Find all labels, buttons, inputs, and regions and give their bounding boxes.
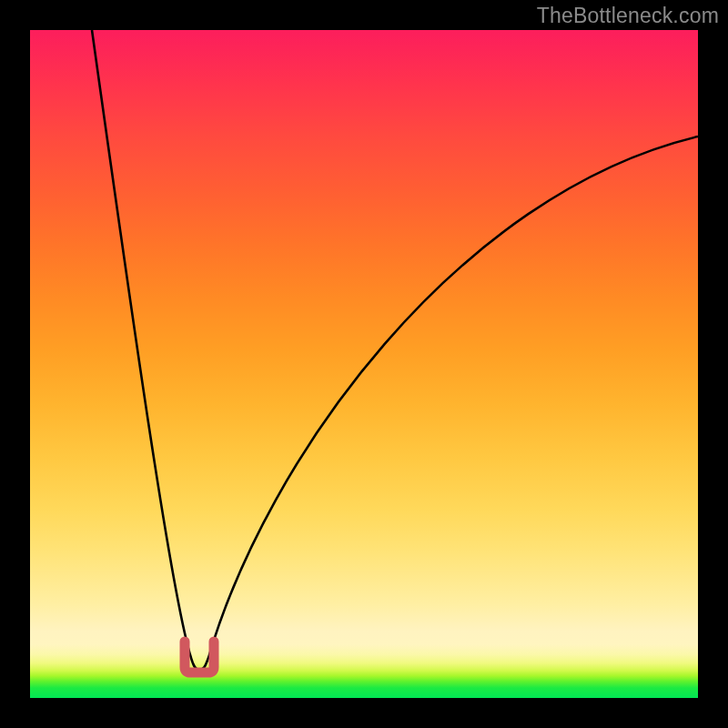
watermark-text: TheBottleneck.com: [537, 4, 719, 28]
bottleneck-curve: [92, 30, 698, 670]
chart-plot-area: [30, 30, 698, 698]
minimum-bracket-marker: [185, 642, 214, 672]
chart-svg: [30, 30, 698, 698]
chart-frame: TheBottleneck.com: [0, 0, 728, 728]
